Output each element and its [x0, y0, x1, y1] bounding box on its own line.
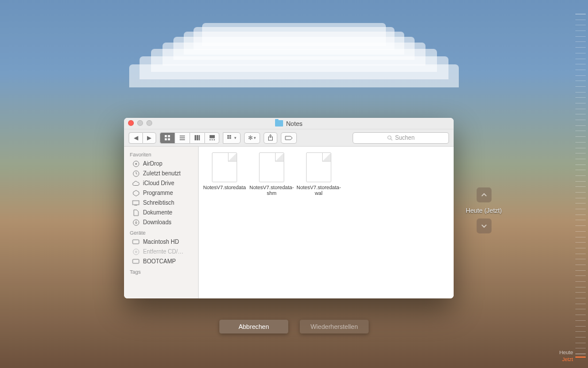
file-grid[interactable]: NotesV7.storedata NotesV7.storedata-shm …: [199, 147, 454, 298]
sidebar-item-icloud[interactable]: iCloud Drive: [124, 178, 198, 188]
bottom-bar: Abbrechen Wiederherstellen: [219, 320, 369, 334]
folder-icon: [275, 120, 283, 126]
svg-rect-6: [180, 139, 185, 140]
svg-point-28: [133, 249, 139, 255]
svg-rect-16: [227, 137, 229, 139]
apps-icon: [132, 189, 140, 197]
forward-button[interactable]: ▶: [142, 132, 156, 144]
back-button[interactable]: ◀: [129, 132, 142, 144]
svg-point-29: [135, 251, 137, 252]
sidebar-item-desktop[interactable]: Schreibtisch: [124, 198, 198, 208]
window-title: Notes: [286, 120, 303, 127]
svg-rect-12: [211, 139, 212, 140]
disk-icon: [132, 258, 140, 265]
clock-icon: [132, 170, 140, 177]
search-placeholder: Suchen: [395, 135, 415, 141]
timeline-labels: Heute Jetzt: [559, 349, 573, 363]
view-switcher: [160, 132, 219, 144]
sidebar-item-macintosh-hd[interactable]: Macintosh HD: [124, 237, 198, 247]
zoom-button[interactable]: [146, 120, 152, 126]
titlebar[interactable]: Notes: [124, 118, 454, 129]
svg-rect-8: [197, 135, 199, 140]
svg-rect-25: [134, 205, 137, 205]
file-icon: [212, 152, 237, 182]
disk-icon: [132, 238, 140, 246]
svg-rect-13: [214, 139, 215, 140]
minimize-button[interactable]: [137, 120, 143, 126]
svg-rect-3: [168, 138, 170, 140]
file-label: NotesV7.storedata-wal: [296, 185, 341, 197]
file-item[interactable]: NotesV7.storedata: [202, 152, 247, 190]
search-icon: [387, 135, 393, 141]
file-item[interactable]: NotesV7.storedata-shm: [249, 152, 294, 197]
airdrop-icon: [132, 160, 140, 167]
timeline-controls: Heute (Jetzt): [466, 187, 502, 233]
download-icon: [132, 218, 140, 226]
sidebar-item-bootcamp[interactable]: BOOTCAMP: [124, 256, 198, 266]
svg-rect-1: [168, 135, 170, 137]
cancel-button[interactable]: Abbrechen: [219, 320, 288, 334]
timeline-next-button[interactable]: [477, 218, 492, 233]
timeline-top-label: Heute: [559, 349, 573, 356]
sidebar-item-recents[interactable]: Zuletzt benutzt: [124, 168, 198, 178]
arrange-button[interactable]: ▾: [223, 132, 241, 144]
svg-point-19: [388, 136, 391, 139]
desktop-icon: [132, 199, 140, 206]
svg-line-20: [391, 139, 393, 140]
sidebar-item-remote-disc[interactable]: Entfernte CD/…: [124, 247, 198, 256]
timeline-now-label: Jetzt: [559, 356, 573, 363]
restore-button[interactable]: Wiederherstellen: [300, 320, 369, 334]
view-list-button[interactable]: [175, 132, 189, 144]
svg-rect-27: [133, 240, 139, 244]
timeline-current-label: Heute (Jetzt): [466, 207, 502, 214]
share-button[interactable]: [264, 132, 277, 144]
window-controls: [128, 120, 152, 126]
svg-rect-11: [209, 139, 210, 140]
view-gallery-button[interactable]: [204, 132, 219, 144]
svg-rect-24: [133, 201, 139, 205]
timeline-ruler[interactable]: for(let i=0;i<60;i++)document.write('<di…: [575, 14, 586, 354]
doc-icon: [132, 209, 140, 216]
svg-rect-2: [165, 138, 167, 140]
sidebar: Favoriten AirDrop Zuletzt benutzt iCloud…: [124, 147, 199, 298]
sidebar-item-documents[interactable]: Dokumente: [124, 208, 198, 217]
view-icons-button[interactable]: [160, 132, 175, 144]
finder-window: Notes ◀ ▶ ▾ ✻ ▾ Suchen Favoriten AirDrop: [124, 118, 454, 298]
svg-rect-14: [227, 135, 229, 137]
sidebar-heading-tags: Tags: [124, 266, 198, 276]
svg-rect-17: [230, 137, 231, 139]
sidebar-item-downloads[interactable]: Downloads: [124, 217, 198, 227]
file-icon: [306, 152, 331, 182]
view-columns-button[interactable]: [189, 132, 204, 144]
file-icon: [259, 152, 284, 182]
action-button[interactable]: ✻ ▾: [244, 132, 260, 144]
close-button[interactable]: [128, 120, 134, 126]
sidebar-heading-devices: Geräte: [124, 227, 198, 237]
svg-rect-9: [199, 135, 200, 140]
file-label: NotesV7.storedata-shm: [249, 185, 294, 197]
timeline-now-marker: [575, 356, 586, 358]
search-input[interactable]: Suchen: [353, 132, 449, 144]
svg-rect-0: [165, 135, 167, 137]
svg-rect-7: [195, 135, 196, 140]
sidebar-item-apps[interactable]: Programme: [124, 188, 198, 198]
file-label: NotesV7.storedata: [203, 185, 246, 190]
cloud-icon: [132, 179, 140, 187]
timeline-prev-button[interactable]: [477, 187, 492, 202]
disc-icon: [132, 248, 140, 255]
tags-button[interactable]: [281, 132, 297, 144]
sidebar-heading-favorites: Favoriten: [124, 149, 198, 159]
svg-rect-30: [133, 259, 139, 263]
sidebar-item-airdrop[interactable]: AirDrop: [124, 159, 198, 168]
svg-rect-5: [180, 137, 185, 138]
svg-rect-10: [209, 135, 214, 139]
file-item[interactable]: NotesV7.storedata-wal: [296, 152, 341, 197]
svg-rect-15: [230, 135, 231, 137]
svg-rect-4: [180, 136, 185, 136]
svg-point-22: [135, 163, 137, 164]
toolbar: ◀ ▶ ▾ ✻ ▾ Suchen: [124, 129, 454, 147]
